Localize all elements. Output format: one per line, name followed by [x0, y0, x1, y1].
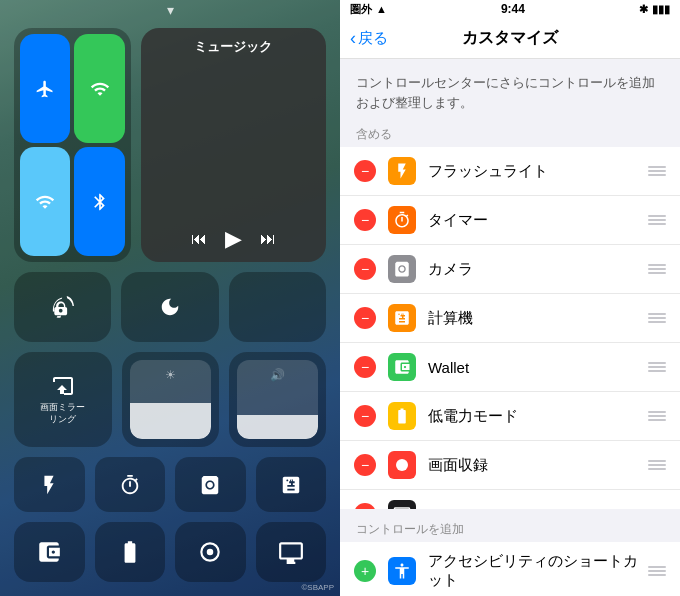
add-list: + アクセシビリティのショートカット [340, 542, 680, 596]
prev-track-button[interactable]: ⏮ [191, 230, 207, 248]
drag-handle[interactable] [648, 362, 666, 372]
copyright-text: ©SBAPP [301, 583, 334, 592]
add-section-header: コントロールを追加 [340, 509, 680, 542]
wallet-label: Wallet [428, 359, 648, 376]
include-list: − フラッシュライト − タイマー − カメラ [340, 147, 680, 509]
wallet-icon [388, 353, 416, 381]
low-power-label: 低電力モード [428, 407, 648, 426]
include-section-header: 含める [340, 120, 680, 147]
add-accessibility-button[interactable]: + [354, 560, 376, 582]
flashlight-icon [388, 157, 416, 185]
brightness-icon: ☀ [165, 368, 176, 382]
battery-status-icon: ▮▮▮ [652, 3, 670, 16]
back-button[interactable]: ‹ 戻る [350, 28, 388, 49]
music-title: ミュージック [155, 38, 312, 56]
mirror-label: 画面ミラーリング [40, 402, 85, 425]
screen-record-label: 画面収録 [428, 456, 648, 475]
screen-record-icon [388, 451, 416, 479]
list-item[interactable]: − Apple TV Remote [340, 490, 680, 509]
list-item[interactable]: − 低電力モード [340, 392, 680, 441]
wallet-button[interactable] [14, 522, 85, 582]
bluetooth-button[interactable] [74, 147, 124, 256]
drag-handle[interactable] [648, 264, 666, 274]
remove-timer-button[interactable]: − [354, 209, 376, 231]
volume-fill [237, 415, 318, 439]
empty-slot-button [229, 272, 326, 342]
play-button[interactable]: ▶ [225, 226, 242, 252]
remove-flashlight-button[interactable]: − [354, 160, 376, 182]
timer-icon [388, 206, 416, 234]
back-chevron-icon: ‹ [350, 28, 356, 49]
control-center-panel: ▾ [0, 0, 340, 596]
fifth-row [14, 522, 326, 582]
status-right: ✱ ▮▮▮ [639, 3, 670, 16]
connectivity-group [14, 28, 131, 262]
carrier-text: 圏外 [350, 2, 372, 17]
volume-slider-track: 🔊 [237, 360, 318, 439]
do-not-disturb-button[interactable] [121, 272, 218, 342]
remove-camera-button[interactable]: − [354, 258, 376, 280]
timer-small-button[interactable] [95, 457, 166, 512]
volume-icon: 🔊 [270, 368, 285, 382]
battery-button[interactable] [95, 522, 166, 582]
wifi-button[interactable] [20, 147, 70, 256]
status-time: 9:44 [501, 2, 525, 16]
list-item[interactable]: − タイマー [340, 196, 680, 245]
flashlight-label: フラッシュライト [428, 162, 648, 181]
drag-handle[interactable] [648, 166, 666, 176]
drag-handle[interactable] [648, 460, 666, 470]
third-row: 画面ミラーリング ☀ 🔊 [14, 352, 326, 447]
volume-slider[interactable]: 🔊 [229, 352, 326, 447]
list-item[interactable]: − カメラ [340, 245, 680, 294]
apple-tv-icon [388, 500, 416, 509]
accessibility-icon [388, 557, 416, 585]
next-track-button[interactable]: ⏭ [260, 230, 276, 248]
remove-calculator-button[interactable]: − [354, 307, 376, 329]
add-list-item[interactable]: + アクセシビリティのショートカット [340, 542, 680, 596]
remove-lowpower-button[interactable]: − [354, 405, 376, 427]
accessibility-label: アクセシビリティのショートカット [428, 552, 648, 590]
camera-small-button[interactable] [175, 457, 246, 512]
screen-mirror-button[interactable]: 画面ミラーリング [14, 352, 112, 447]
remove-screenrecord-button[interactable]: − [354, 454, 376, 476]
list-item[interactable]: − Wallet [340, 343, 680, 392]
list-item[interactable]: − 画面収録 [340, 441, 680, 490]
airplane-mode-button[interactable] [20, 34, 70, 143]
status-left: 圏外 ▲ [350, 2, 387, 17]
svg-point-1 [207, 549, 214, 556]
brightness-slider[interactable]: ☀ [122, 352, 219, 447]
list-item[interactable]: − 計算機 [340, 294, 680, 343]
top-row: ミュージック ⏮ ▶ ⏭ [14, 28, 326, 262]
drag-handle[interactable] [648, 313, 666, 323]
flashlight-button[interactable] [14, 457, 85, 512]
nav-title: カスタマイズ [462, 28, 558, 49]
second-row [14, 272, 326, 342]
notch-area: ▾ [140, 0, 200, 20]
music-controls: ⏮ ▶ ⏭ [155, 226, 312, 252]
low-power-icon [388, 402, 416, 430]
status-bar: 圏外 ▲ 9:44 ✱ ▮▮▮ [340, 0, 680, 19]
chevron-down-icon: ▾ [167, 2, 174, 18]
drag-handle[interactable] [648, 411, 666, 421]
calculator-icon [388, 304, 416, 332]
fourth-row [14, 457, 326, 512]
calculator-small-button[interactable] [256, 457, 327, 512]
settings-panel: 圏外 ▲ 9:44 ✱ ▮▮▮ ‹ 戻る カスタマイズ コントロールセンターにさ… [340, 0, 680, 596]
bluetooth-status-icon: ✱ [639, 3, 648, 16]
brightness-slider-track: ☀ [130, 360, 211, 439]
calculator-label: 計算機 [428, 309, 648, 328]
orientation-lock-button[interactable] [14, 272, 111, 342]
drag-handle [648, 566, 666, 576]
page-description: コントロールセンターにさらにコントロールを追加および整理します。 [340, 59, 680, 120]
remove-wallet-button[interactable]: − [354, 356, 376, 378]
wifi-status-icon: ▲ [376, 3, 387, 15]
camera-icon [388, 255, 416, 283]
apple-tv-button[interactable] [256, 522, 327, 582]
home-button[interactable] [175, 522, 246, 582]
list-item[interactable]: − フラッシュライト [340, 147, 680, 196]
music-widget[interactable]: ミュージック ⏮ ▶ ⏭ [141, 28, 326, 262]
timer-label: タイマー [428, 211, 648, 230]
cellular-button[interactable] [74, 34, 124, 143]
brightness-fill [130, 403, 211, 439]
drag-handle[interactable] [648, 215, 666, 225]
